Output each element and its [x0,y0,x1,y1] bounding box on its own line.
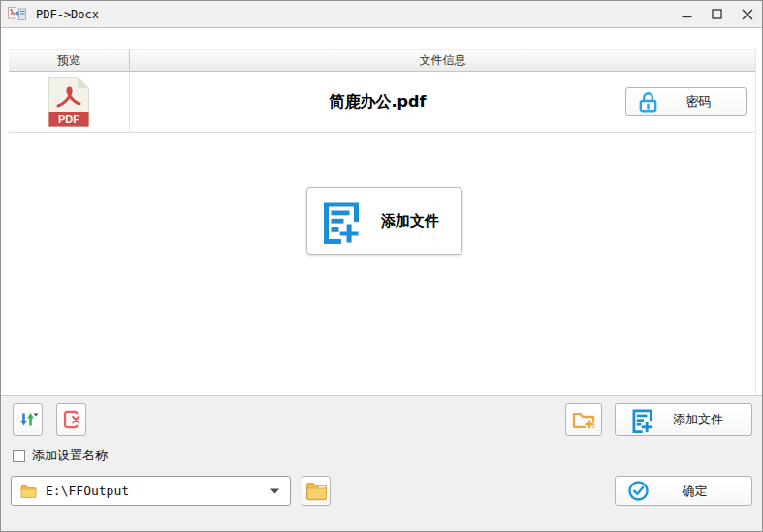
preview-cell: PDF [9,72,130,132]
confirm-button-label: 确定 [650,483,751,500]
pdf-badge-text: PDF [58,113,79,125]
close-icon [742,9,753,20]
lock-icon [637,90,659,113]
add-name-checkbox[interactable] [13,450,25,462]
maximize-button[interactable] [702,1,732,27]
add-file-icon [316,198,363,244]
window-controls [672,1,762,27]
browse-folder-button[interactable] [302,476,331,506]
add-folder-button[interactable] [565,403,602,436]
sort-icon [17,409,39,430]
header-file-info: 文件信息 [130,50,755,71]
password-button-label: 密码 [659,93,746,110]
add-files-dropzone-label: 添加文件 [363,212,461,231]
add-name-option[interactable]: 添加设置名称 [13,447,108,464]
minimize-button[interactable] [672,1,702,27]
confirm-button[interactable]: 确定 [615,476,752,506]
maximize-icon [712,9,722,19]
delete-file-icon [61,409,82,430]
sort-button[interactable] [13,403,43,436]
ok-circle-check-icon [627,480,650,502]
add-files-button-label: 添加文件 [654,411,751,428]
title-bar: PDF->Docx [1,1,762,28]
app-icon [8,6,27,23]
app-window: PDF->Docx 预览 文件信息 [0,0,763,532]
minimize-icon [682,9,692,19]
dropdown-arrow-icon [270,488,279,494]
window-title: PDF->Docx [36,8,99,21]
add-files-button[interactable]: 添加文件 [615,403,752,436]
output-path-dropdown[interactable]: E:\FFOutput [11,476,291,506]
password-button[interactable]: 密码 [625,87,747,116]
file-name: 简鹿办公.pdf [130,92,625,112]
add-file-icon [628,407,654,433]
add-folder-icon [571,409,596,430]
add-name-checkbox-label: 添加设置名称 [32,447,108,464]
close-button[interactable] [732,1,762,27]
pdf-file-icon: PDF [48,77,89,127]
output-path-value: E:\FFOutput [46,484,129,498]
table-row[interactable]: PDF 简鹿办公.pdf 密码 [9,72,755,133]
header-preview: 预览 [9,50,130,71]
add-files-dropzone-button[interactable]: 添加文件 [306,187,462,255]
list-header: 预览 文件信息 [9,49,755,72]
open-folder-icon [305,482,328,501]
file-info-cell: 简鹿办公.pdf 密码 [130,72,755,132]
folder-icon [20,485,37,498]
remove-file-button[interactable] [56,403,86,436]
